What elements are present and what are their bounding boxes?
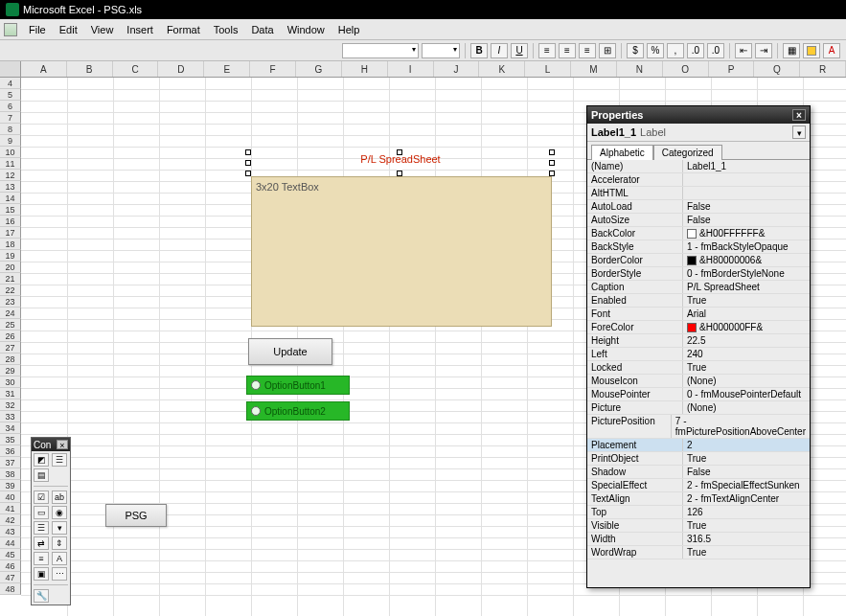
prop-value[interactable]: &H000000FF& [683, 321, 810, 333]
prop-value[interactable]: 240 [683, 348, 810, 360]
selection-handle-ne[interactable] [549, 149, 555, 155]
merge-button[interactable]: ⊞ [599, 43, 616, 58]
row-14[interactable]: 14 [0, 193, 21, 204]
row-18[interactable]: 18 [0, 239, 21, 250]
prop-row-picture[interactable]: Picture(None) [587, 401, 810, 415]
prop-value[interactable]: 2 - fmTextAlignCenter [683, 492, 810, 505]
comma-button[interactable]: , [667, 43, 684, 58]
align-left-button[interactable]: ≡ [538, 43, 556, 58]
row-46[interactable]: 46 [0, 560, 21, 572]
prop-value[interactable]: &H00FFFFFF& [683, 227, 810, 240]
col-Q[interactable]: Q [754, 61, 800, 77]
col-R[interactable]: R [800, 61, 846, 77]
col-H[interactable]: H [342, 61, 388, 77]
selection-handle-n[interactable] [397, 149, 402, 155]
prop-row-top[interactable]: Top126 [587, 506, 810, 519]
row-8[interactable]: 8 [0, 124, 21, 135]
more-controls-icon[interactable]: ⋯ [52, 567, 67, 581]
row-29[interactable]: 29 [0, 365, 21, 376]
prop-value[interactable]: False [683, 466, 810, 478]
prop-row-bordercolor[interactable]: BorderColor&H80000006& [587, 254, 810, 267]
col-P[interactable]: P [709, 61, 755, 77]
prop-row-pictureposition[interactable]: PicturePosition7 - fmPicturePositionAbov… [587, 415, 810, 439]
prop-row-left[interactable]: Left240 [587, 348, 810, 361]
selection-handle-w[interactable] [245, 160, 251, 166]
prop-value[interactable]: True [683, 546, 810, 559]
properties-window[interactable]: Properties × Label1_1 Label ▾ Alphabetic… [586, 105, 811, 588]
row-31[interactable]: 31 [0, 388, 21, 399]
percent-button[interactable]: % [647, 43, 664, 58]
prop-value[interactable]: (None) [683, 375, 810, 387]
row-6[interactable]: 6 [0, 101, 21, 112]
properties-grid[interactable]: (Name)Label1_1AcceleratorAltHTMLAutoLoad… [587, 160, 810, 576]
fontsize-dropdown[interactable] [422, 43, 460, 58]
row-21[interactable]: 21 [0, 273, 21, 285]
row-35[interactable]: 35 [0, 434, 21, 445]
menu-tools[interactable]: Tools [208, 22, 244, 37]
col-B[interactable]: B [67, 61, 113, 77]
textbox-icon[interactable]: ab [52, 491, 67, 504]
row-10[interactable]: 10 [0, 147, 21, 158]
row-48[interactable]: 48 [0, 583, 21, 595]
prop-value[interactable]: 316.5 [683, 533, 810, 545]
form-textbox[interactable]: 3x20 TextBox [251, 176, 552, 327]
col-M[interactable]: M [571, 61, 617, 77]
prop-value[interactable]: 0 - fmBorderStyleNone [683, 267, 810, 280]
prop-value[interactable]: 7 - fmPicturePositionAboveCenter [672, 415, 810, 438]
prop-value[interactable] [683, 173, 810, 186]
toolbox-close-button[interactable]: × [57, 440, 68, 449]
commandbutton-icon[interactable]: ▭ [34, 506, 49, 519]
menu-format[interactable]: Format [161, 22, 206, 37]
wrench-icon[interactable]: 🔧 [34, 589, 49, 603]
fill-color-button[interactable] [803, 43, 820, 58]
row-39[interactable]: 39 [0, 480, 21, 491]
col-N[interactable]: N [617, 61, 663, 77]
prop-value[interactable]: 0 - fmMousePointerDefault [683, 388, 810, 400]
tab-categorized[interactable]: Categorized [653, 145, 722, 160]
col-A[interactable]: A [21, 61, 67, 77]
prop-row-autoload[interactable]: AutoLoadFalse [587, 200, 810, 214]
col-O[interactable]: O [663, 61, 709, 77]
menu-window[interactable]: Window [282, 22, 331, 37]
update-button[interactable]: Update [248, 338, 332, 365]
toolbox-titlebar[interactable]: Con × [32, 438, 70, 451]
font-color-button[interactable]: A [823, 43, 840, 58]
row-12[interactable]: 12 [0, 170, 21, 181]
indent-in-button[interactable]: ⇥ [755, 43, 772, 58]
row-23[interactable]: 23 [0, 296, 21, 308]
menu-view[interactable]: View [85, 22, 120, 37]
prop-row-mousepointer[interactable]: MousePointer0 - fmMousePointerDefault [587, 388, 810, 401]
row-30[interactable]: 30 [0, 376, 21, 388]
row-7[interactable]: 7 [0, 112, 21, 124]
listbox-icon[interactable]: ☰ [34, 521, 49, 535]
prop-value[interactable]: False [683, 200, 810, 213]
row-38[interactable]: 38 [0, 468, 21, 480]
row-20[interactable]: 20 [0, 262, 21, 273]
row-27[interactable]: 27 [0, 342, 21, 354]
row-13[interactable]: 13 [0, 181, 21, 193]
prop-value[interactable]: True [683, 361, 810, 374]
prop-value[interactable]: True [683, 294, 810, 307]
label-icon[interactable]: A [52, 552, 67, 565]
selection-handle-nw[interactable] [245, 149, 251, 155]
togglebutton-icon[interactable]: ⇄ [34, 536, 49, 550]
prop-value[interactable]: True [683, 452, 810, 465]
row-11[interactable]: 11 [0, 158, 21, 170]
borders-button[interactable]: ▦ [783, 43, 800, 58]
properties-close-button[interactable]: × [792, 109, 806, 121]
row-36[interactable]: 36 [0, 445, 21, 457]
prop-row-mouseicon[interactable]: MouseIcon(None) [587, 375, 810, 388]
control-toolbox[interactable]: Con × ◩ ☰ ▤ ☑ ab ▭ ◉ ☰ ▾ ⇄ ⇕ ≡ A ▣ ⋯ 🔧 [31, 437, 71, 605]
menu-edit[interactable]: Edit [54, 22, 83, 37]
row-22[interactable]: 22 [0, 285, 21, 296]
row-45[interactable]: 45 [0, 549, 21, 560]
row-9[interactable]: 9 [0, 135, 21, 147]
design-mode-icon[interactable]: ◩ [34, 453, 49, 467]
prop-row-caption[interactable]: CaptionP/L SpreadSheet [587, 281, 810, 294]
prop-value[interactable]: 126 [683, 506, 810, 518]
decrease-decimal-button[interactable]: .0 [707, 43, 724, 58]
row-19[interactable]: 19 [0, 250, 21, 262]
selection-handle-e[interactable] [549, 160, 555, 166]
view-code-icon[interactable]: ▤ [34, 468, 49, 482]
prop-value[interactable]: True [683, 519, 810, 532]
